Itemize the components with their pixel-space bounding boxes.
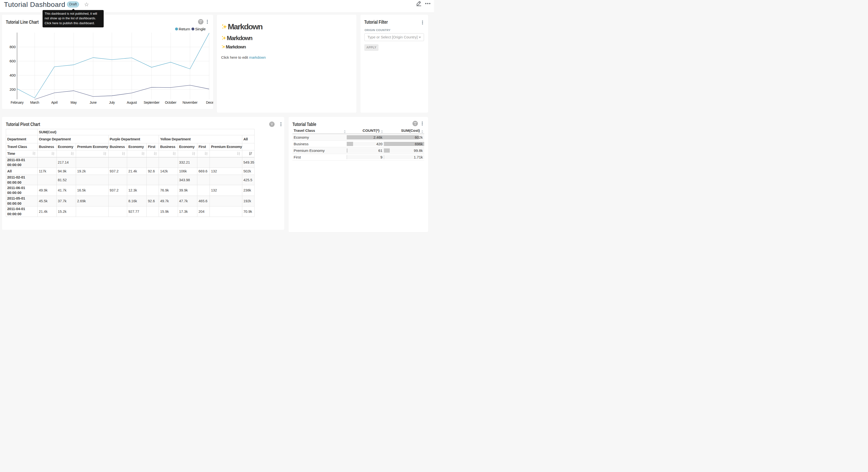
svg-text:600: 600 xyxy=(9,59,16,63)
svg-text:August: August xyxy=(127,100,137,105)
svg-text:May: May xyxy=(70,100,77,105)
svg-text:Dece: Dece xyxy=(206,100,213,105)
svg-text:September: September xyxy=(144,100,159,105)
svg-text:October: October xyxy=(165,100,176,105)
svg-text:March: March xyxy=(30,100,39,105)
svg-text:April: April xyxy=(51,100,58,105)
svg-text:400: 400 xyxy=(9,73,16,77)
svg-text:June: June xyxy=(90,100,97,105)
svg-text:Return: Return xyxy=(179,27,190,31)
svg-text:Single: Single xyxy=(195,27,206,31)
svg-text:800: 800 xyxy=(9,45,16,49)
svg-text:200: 200 xyxy=(9,87,16,91)
svg-text:February: February xyxy=(10,100,24,105)
svg-text:November: November xyxy=(182,100,197,105)
svg-text:July: July xyxy=(109,100,115,105)
